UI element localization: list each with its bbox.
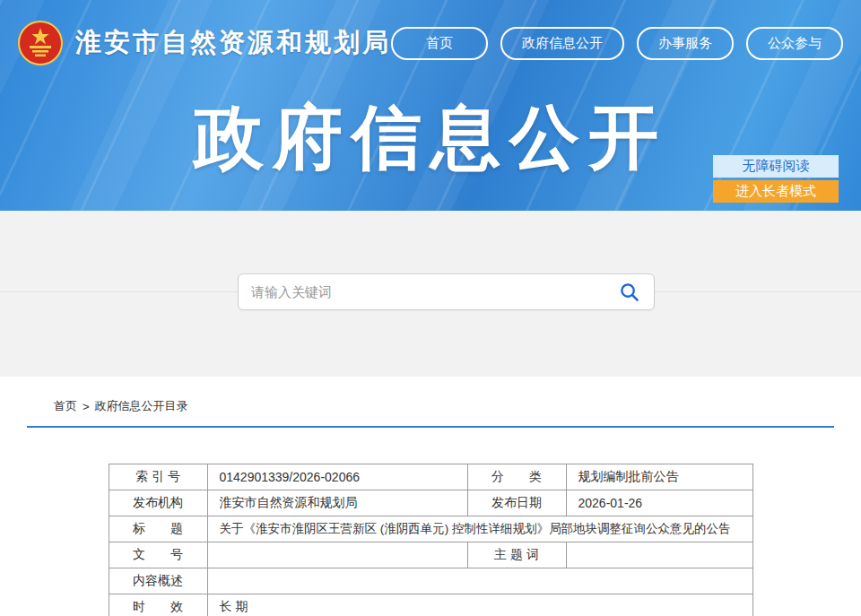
search-box xyxy=(238,273,655,310)
title-value: 关于《淮安市淮阴区王营新区 (淮阴西单元) 控制性详细规划》局部地块调整征询公众… xyxy=(207,516,752,542)
accessibility-reading-button[interactable]: 无障碍阅读 xyxy=(713,155,839,178)
main-content: 首页 > 政府信息公开目录 索 引 号 0142901339/2026-0206… xyxy=(0,377,861,616)
summary-label: 内容概述 xyxy=(109,568,207,594)
blue-divider xyxy=(27,426,834,428)
table-row: 内容概述 xyxy=(109,568,752,594)
doc-number-value xyxy=(207,542,467,568)
title-label: 标 题 xyxy=(109,516,207,542)
top-banner: 淮安市自然资源和规划局 首页 政府信息公开 办事服务 公众参与 政府信息公开 无… xyxy=(0,0,861,211)
table-row: 发布机构 淮安市自然资源和规划局 发布日期 2026-01-26 xyxy=(109,490,752,516)
subject-value xyxy=(566,542,752,568)
breadcrumb-current-link[interactable]: 政府信息公开目录 xyxy=(95,398,188,414)
publisher-label: 发布机构 xyxy=(109,490,207,516)
elder-mode-button[interactable]: 进入长者模式 xyxy=(713,180,839,203)
site-title: 淮安市自然资源和规划局 xyxy=(75,25,391,61)
nav-gov-info-button[interactable]: 政府信息公开 xyxy=(500,27,624,60)
table-row: 标 题 关于《淮安市淮阴区王营新区 (淮阴西单元) 控制性详细规划》局部地块调整… xyxy=(109,516,752,542)
search-button[interactable] xyxy=(617,280,641,304)
index-number-label: 索 引 号 xyxy=(109,464,207,490)
national-emblem-icon xyxy=(18,21,63,65)
subject-label: 主 题 词 xyxy=(467,542,566,568)
header-nav-row: 淮安市自然资源和规划局 首页 政府信息公开 办事服务 公众参与 xyxy=(0,0,861,86)
validity-value: 长 期 xyxy=(207,594,752,616)
search-input[interactable] xyxy=(251,284,617,299)
breadcrumb: 首页 > 政府信息公开目录 xyxy=(0,398,861,414)
publisher-value: 淮安市自然资源和规划局 xyxy=(207,490,467,516)
nav-services-button[interactable]: 办事服务 xyxy=(637,27,734,60)
publish-date-value: 2026-01-26 xyxy=(566,490,752,516)
validity-label: 时 效 xyxy=(109,594,207,616)
doc-number-label: 文 号 xyxy=(109,542,207,568)
table-row: 索 引 号 0142901339/2026-02066 分 类 规划编制批前公告 xyxy=(109,464,752,490)
publish-date-label: 发布日期 xyxy=(467,490,566,516)
breadcrumb-home-link[interactable]: 首页 xyxy=(54,398,77,414)
breadcrumb-separator: > xyxy=(83,400,90,413)
index-number-value: 0142901339/2026-02066 xyxy=(207,464,467,490)
main-nav: 首页 政府信息公开 办事服务 公众参与 xyxy=(391,27,847,60)
table-row: 时 效 长 期 xyxy=(109,594,752,616)
category-label: 分 类 xyxy=(467,464,566,490)
category-value: 规划编制批前公告 xyxy=(566,464,752,490)
info-table: 索 引 号 0142901339/2026-02066 分 类 规划编制批前公告… xyxy=(109,464,753,616)
search-icon xyxy=(619,282,639,302)
nav-home-button[interactable]: 首页 xyxy=(391,27,488,60)
nav-participation-button[interactable]: 公众参与 xyxy=(746,27,843,60)
table-row: 文 号 主 题 词 xyxy=(109,542,752,568)
summary-value xyxy=(207,568,752,594)
mode-buttons: 无障碍阅读 进入长者模式 xyxy=(713,155,839,203)
search-section xyxy=(0,211,861,377)
